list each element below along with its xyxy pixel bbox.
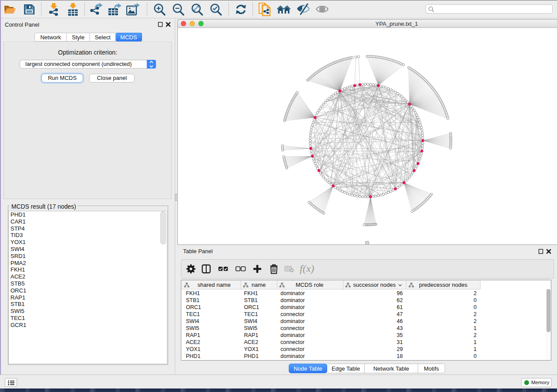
svg-text:f(x): f(x) xyxy=(300,263,314,274)
